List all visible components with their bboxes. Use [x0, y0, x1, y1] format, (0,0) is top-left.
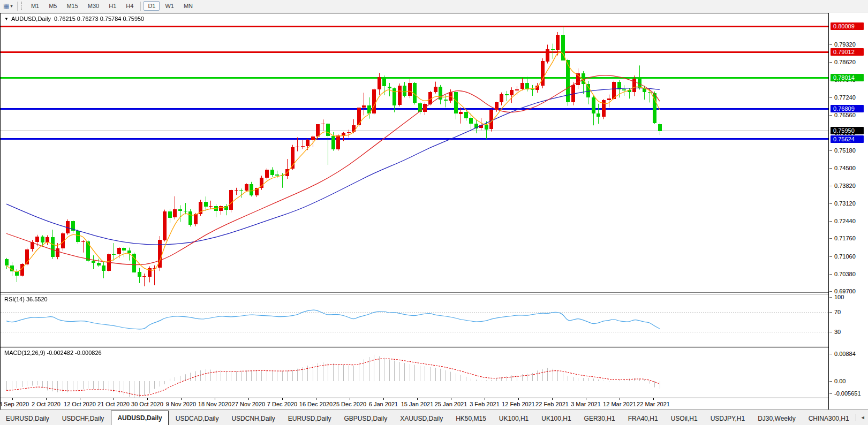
date-tick	[417, 398, 418, 400]
tick-text: 0.74500	[834, 165, 856, 171]
rsi-scale-label: 30	[829, 329, 868, 336]
tab-fra40-h1[interactable]: FRA40,H1	[622, 413, 664, 425]
chart-title: ▼AUDUSD,Daily 0.76215 0.76273 0.75784 0.…	[4, 16, 144, 22]
tab-usdcnh-daily[interactable]: USDCNH,Daily	[225, 413, 281, 425]
tab-usoil-h1[interactable]: USOil,H1	[665, 413, 704, 425]
tick-dash-icon	[829, 44, 832, 45]
price-badge: 0.78014	[831, 74, 864, 81]
tick-dash-icon	[829, 186, 832, 186]
tick-text: 0.75180	[834, 147, 856, 154]
tick-dash-icon	[829, 256, 832, 257]
top-toolbar: ▦ ▾ M1M5M15M30H1H4D1W1MN	[0, 0, 868, 12]
date-label: 21 Oct 2020	[97, 401, 130, 407]
macd-pane-canvas[interactable]	[1, 348, 828, 398]
tab-audusd-daily[interactable]: AUDUSD,Daily	[111, 411, 168, 425]
price-badge: 0.75950	[831, 127, 864, 134]
tab-uk100-h1[interactable]: UK100,H1	[493, 413, 534, 425]
price-tick-label: 0.72440	[829, 218, 868, 225]
toolbar-grip[interactable]	[21, 2, 24, 10]
date-label: 2 Oct 2020	[32, 401, 61, 407]
date-tick	[282, 398, 283, 400]
chart-tool-icon[interactable]: ▦	[3, 2, 9, 10]
date-tick	[350, 398, 350, 400]
date-tick	[181, 398, 182, 400]
timeframe-h1[interactable]: H1	[104, 1, 120, 11]
timeframe-mn[interactable]: MN	[179, 1, 197, 11]
tab-ger30-h1[interactable]: GER30,H1	[578, 413, 621, 425]
tick-text: 0.70380	[834, 271, 856, 277]
timeframe-d1[interactable]: D1	[144, 1, 160, 11]
tab-china300-h1[interactable]: CHINA300,H1	[803, 413, 855, 425]
rsi-scale-label: 100	[829, 294, 868, 301]
timeframe-w1[interactable]: W1	[161, 1, 178, 11]
date-tick	[451, 398, 451, 400]
timeframe-m1[interactable]: M1	[27, 1, 43, 11]
tab-usdcad-daily[interactable]: USDCAD,Daily	[170, 413, 225, 425]
date-label: 25 Dec 2020	[333, 401, 366, 407]
tab-dj30-weekly[interactable]: DJ30,Weekly	[752, 413, 801, 425]
price-tick-label: 0.74500	[829, 165, 868, 172]
tab-usdjpy-h1[interactable]: USDJPY,H1	[705, 413, 751, 425]
date-label: 12 Mar 2021	[603, 401, 636, 407]
price-tick-label: 0.70380	[829, 271, 868, 278]
tick-dash-icon	[829, 115, 832, 116]
symbol-tab-bar: EURUSD,DailyUSDCHF,DailyAUDUSD,DailyUSDC…	[0, 409, 868, 425]
price-badge: 0.80009	[831, 22, 864, 30]
date-tick	[586, 398, 586, 400]
price-tick-label: 0.71060	[829, 253, 868, 260]
date-tick	[316, 398, 316, 400]
tab-gbpusd-daily[interactable]: GBPUSD,Daily	[338, 413, 393, 425]
date-label: 3 Feb 2021	[470, 401, 500, 407]
date-label: 27 Nov 2020	[232, 401, 265, 407]
tick-text: 0.78620	[834, 59, 856, 65]
tick-dash-icon	[829, 297, 832, 298]
chart-symbol-label: AUDUSD,Daily	[11, 16, 51, 22]
tick-text: 0.79320	[834, 41, 856, 48]
date-label: 7 Dec 2020	[267, 401, 297, 407]
tick-text: 0.00	[834, 378, 846, 384]
date-axis[interactable]: 23 Sep 20202 Oct 202012 Oct 202021 Oct 2…	[1, 398, 828, 409]
timeframe-m30[interactable]: M30	[84, 1, 103, 11]
tick-dash-icon	[829, 291, 832, 292]
tick-dash-icon	[829, 97, 832, 98]
date-tick	[12, 398, 13, 400]
rsi-pane-canvas[interactable]	[1, 294, 828, 346]
tab-usdchf-daily[interactable]: USDCHF,Daily	[56, 413, 110, 425]
tick-text: 30	[834, 329, 841, 335]
price-tick-label: 0.78620	[829, 59, 868, 66]
tick-dash-icon	[829, 274, 832, 275]
price-tick-label: 0.75180	[829, 147, 868, 154]
macd-scale-label: -0.005651	[829, 390, 868, 397]
tab-eurusd-daily[interactable]: EURUSD,Daily	[282, 413, 337, 425]
toolbar-separator	[140, 2, 141, 11]
tick-text: 0.76560	[834, 112, 856, 118]
date-label: 16 Dec 2020	[299, 401, 333, 407]
tab-uk100-h1[interactable]: UK100,H1	[535, 413, 577, 425]
timeframe-m5[interactable]: M5	[44, 1, 61, 11]
macd-scale-label: 0.00884	[829, 351, 868, 358]
date-tick	[485, 398, 485, 400]
tick-text: 70	[834, 309, 841, 315]
timeframe-button-group: M1M5M15M30H1H4D1W1MN	[26, 1, 198, 11]
collapse-triangle-icon[interactable]: ▼	[4, 17, 9, 21]
price-tick-label: 0.73120	[829, 200, 868, 207]
price-scale[interactable]: 0.793200.786200.779400.772400.765600.758…	[829, 13, 868, 409]
tab-scroll-controls: ◄►	[855, 410, 868, 425]
date-tick	[46, 398, 47, 400]
tab-eurusd-daily[interactable]: EURUSD,Daily	[0, 413, 55, 425]
date-tick	[80, 398, 80, 400]
tick-text: -0.005651	[834, 390, 861, 397]
tab-hk50-m15[interactable]: HK50,M15	[450, 413, 492, 425]
tick-text: 100	[834, 294, 844, 300]
date-label: 12 Feb 2021	[502, 401, 535, 407]
date-label: 25 Jan 2021	[435, 401, 467, 407]
timeframe-h4[interactable]: H4	[122, 1, 138, 11]
date-tick	[383, 398, 384, 400]
scroll-left-button[interactable]: ◄	[857, 415, 868, 420]
timeframe-m15[interactable]: M15	[62, 1, 82, 11]
tick-text: 0.00884	[834, 351, 856, 357]
price-tick-label: 0.71760	[829, 235, 868, 242]
price-chart-canvas[interactable]	[1, 13, 828, 292]
tab-xauusd-daily[interactable]: XAUUSD,Daily	[394, 413, 449, 425]
dropdown-caret-icon[interactable]: ▾	[10, 3, 13, 9]
